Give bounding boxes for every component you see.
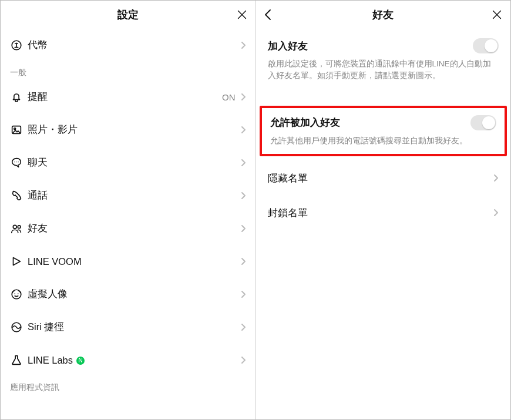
chat-icon <box>10 156 28 169</box>
close-icon[interactable] <box>236 8 248 21</box>
friends-icon <box>10 222 28 235</box>
chevron-right-icon <box>240 41 246 49</box>
chevron-right-icon <box>240 93 246 101</box>
row-label: LINE VOOM <box>28 256 240 267</box>
allow-others-add: 允許被加入好友 允許其他用戶使用我的電話號碼搜尋並自動加我好友。 <box>262 108 505 154</box>
svg-point-3 <box>14 162 15 162</box>
auto-add-toggle[interactable] <box>473 38 499 53</box>
allow-add-highlight: 允許被加入好友 允許其他用戶使用我的電話號碼搜尋並自動加我好友。 <box>260 106 507 156</box>
row-avatar[interactable]: 虛擬人像 <box>1 278 256 311</box>
svg-point-9 <box>14 293 15 294</box>
row-label: 虛擬人像 <box>28 288 240 301</box>
chevron-right-icon <box>240 159 246 167</box>
chevron-right-icon <box>240 224 246 233</box>
row-siri[interactable]: Siri 捷徑 <box>1 311 256 344</box>
row-label: 封鎖名單 <box>268 206 308 220</box>
phone-icon <box>10 189 28 202</box>
auto-add-desc: 啟用此設定後，可將您裝置的通訊錄中有使用LINE的人自動加入好友名單。如須手動更… <box>268 58 499 82</box>
row-value: ON <box>222 92 236 102</box>
row-friends[interactable]: 好友 <box>1 212 256 245</box>
section-general: 一般 <box>1 62 256 80</box>
row-hidden-list[interactable]: 隱藏名單 <box>256 161 511 196</box>
close-icon[interactable] <box>490 8 503 21</box>
row-label: Siri 捷徑 <box>28 321 240 334</box>
row-label: 提醒 <box>28 90 222 103</box>
svg-point-5 <box>18 162 19 162</box>
friends-header: 好友 <box>256 1 511 29</box>
section-appinfo: 應用程式資訊 <box>1 377 256 395</box>
new-badge: N <box>76 357 85 365</box>
siri-icon <box>10 321 28 334</box>
svg-point-4 <box>16 162 16 162</box>
svg-point-6 <box>13 225 16 229</box>
avatar-icon <box>10 288 28 301</box>
auto-add-friends: 加入好友 啟用此設定後，可將您裝置的通訊錄中有使用LINE的人自動加入好友名單。… <box>256 29 511 92</box>
row-labs[interactable]: LINE LabsN <box>1 344 256 377</box>
row-label: 通話 <box>28 189 240 202</box>
play-icon <box>10 255 28 268</box>
friends-content: 加入好友 啟用此設定後，可將您裝置的通訊錄中有使用LINE的人自動加入好友名單。… <box>256 29 511 419</box>
bell-icon <box>10 90 28 103</box>
friends-panel: 好友 加入好友 啟用此設定後，可將您裝置的通訊錄中有使用LINE的人自動加入好友… <box>256 1 511 419</box>
row-label: 照片・影片 <box>28 123 240 136</box>
row-label: LINE LabsN <box>28 355 240 366</box>
back-icon[interactable] <box>263 8 274 21</box>
allow-add-desc: 允許其他用戶使用我的電話號碼搜尋並自動加我好友。 <box>270 135 497 147</box>
settings-title: 設定 <box>117 8 139 22</box>
row-photos-videos[interactable]: 照片・影片 <box>1 113 256 146</box>
photo-icon <box>10 123 28 136</box>
chevron-right-icon <box>493 174 499 182</box>
auto-add-title: 加入好友 <box>268 39 308 53</box>
chevron-right-icon <box>240 290 246 298</box>
flask-icon <box>10 354 28 367</box>
chevron-right-icon <box>493 209 499 217</box>
chevron-right-icon <box>240 323 246 331</box>
row-calls[interactable]: 通話 <box>1 179 256 212</box>
chevron-right-icon <box>240 126 246 134</box>
row-notifications[interactable]: 提醒 ON <box>1 80 256 113</box>
svg-point-7 <box>18 226 21 229</box>
row-blocked-list[interactable]: 封鎖名單 <box>256 196 511 230</box>
chevron-right-icon <box>240 356 246 364</box>
row-label: 代幣 <box>28 39 240 52</box>
settings-panel: 設定 代幣 一般 提醒 ON <box>1 1 256 419</box>
svg-point-2 <box>14 128 16 130</box>
chevron-right-icon <box>240 191 246 200</box>
allow-add-title: 允許被加入好友 <box>270 116 340 129</box>
friends-title: 好友 <box>372 8 394 22</box>
row-coins[interactable]: 代幣 <box>1 29 256 62</box>
chevron-right-icon <box>240 257 246 266</box>
row-label: 好友 <box>28 222 240 235</box>
row-chats[interactable]: 聊天 <box>1 146 256 179</box>
allow-add-toggle[interactable] <box>470 115 496 130</box>
coins-icon <box>10 39 28 52</box>
row-label: 隱藏名單 <box>268 172 308 185</box>
row-voom[interactable]: LINE VOOM <box>1 245 256 278</box>
svg-point-10 <box>18 293 19 294</box>
settings-header: 設定 <box>1 1 256 29</box>
row-label: 聊天 <box>28 156 240 169</box>
settings-list: 代幣 一般 提醒 ON 照片・影片 <box>1 29 256 419</box>
